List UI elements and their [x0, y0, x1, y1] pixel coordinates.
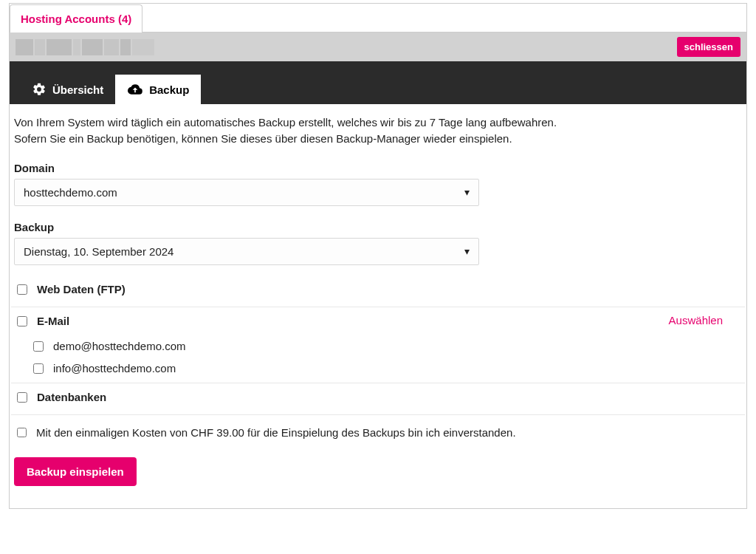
cloud-upload-icon [127, 82, 143, 97]
webdata-checkbox[interactable] [17, 284, 27, 295]
domain-select[interactable]: hosttechdemo.com ▾ [14, 179, 479, 206]
agree-row: Mit den einmaligen Kosten von CHF 39.00 … [11, 415, 745, 450]
webdata-label: Web Daten (FTP) [37, 283, 126, 295]
email-label: E-Mail [37, 315, 69, 327]
tab-overview[interactable]: Übersicht [20, 75, 115, 104]
databases-checkbox[interactable] [17, 392, 27, 403]
backup-select-value: Dienstag, 10. September 2024 [24, 245, 173, 258]
agree-label: Mit den einmaligen Kosten von CHF 39.00 … [36, 426, 516, 439]
header-title-redacted [16, 39, 154, 55]
email-item-label: demo@hosttechdemo.com [53, 340, 185, 352]
email-item: demo@hosttechdemo.com [30, 335, 185, 358]
databases-row: Datenbanken [11, 383, 745, 411]
subnav: Übersicht Backup [10, 61, 746, 104]
email-select-link[interactable]: Auswählen [669, 314, 723, 326]
backup-select[interactable]: Dienstag, 10. September 2024 ▾ [14, 238, 479, 265]
email-list: demo@hosttechdemo.com info@hosttechdemo.… [11, 335, 185, 380]
intro-line-1: Von Ihrem System wird täglich ein automa… [14, 114, 742, 131]
email-item-checkbox[interactable] [33, 363, 44, 374]
tab-overview-label: Übersicht [52, 83, 103, 96]
chevron-down-icon: ▾ [464, 186, 470, 198]
header-bar: schliessen [10, 32, 746, 61]
email-row: E-Mail [11, 307, 185, 335]
content-area: Von Ihrem System wird täglich ein automa… [10, 104, 746, 508]
webdata-row: Web Daten (FTP) [11, 276, 745, 304]
chevron-down-icon: ▾ [464, 245, 470, 257]
backup-label: Backup [14, 221, 745, 233]
tab-backup-label: Backup [149, 83, 189, 96]
email-checkbox[interactable] [17, 316, 27, 326]
email-item-checkbox[interactable] [33, 341, 44, 352]
close-button[interactable]: schliessen [677, 37, 741, 57]
domain-select-value: hosttechdemo.com [24, 186, 117, 199]
email-item-label: info@hosttechdemo.com [53, 362, 176, 375]
tab-backup[interactable]: Backup [115, 75, 201, 104]
databases-label: Datenbanken [37, 391, 106, 403]
gear-icon [32, 82, 47, 97]
intro-line-2: Sofern Sie ein Backup benötigen, können … [14, 131, 742, 147]
submit-area: Backup einspielen [11, 450, 745, 493]
email-section: E-Mail demo@hosttechdemo.com info@hostte… [11, 307, 745, 380]
top-tabstrip: Hosting Accounts (4) [10, 4, 746, 32]
panel: Hosting Accounts (4) schliessen Übersich… [9, 3, 747, 509]
restore-backup-button[interactable]: Backup einspielen [14, 457, 137, 486]
domain-label: Domain [14, 162, 745, 174]
intro-text: Von Ihrem System wird täglich ein automa… [11, 114, 745, 147]
tab-hosting-accounts[interactable]: Hosting Accounts (4) [10, 4, 142, 33]
agree-checkbox[interactable] [17, 428, 27, 437]
email-item: info@hosttechdemo.com [30, 358, 185, 380]
